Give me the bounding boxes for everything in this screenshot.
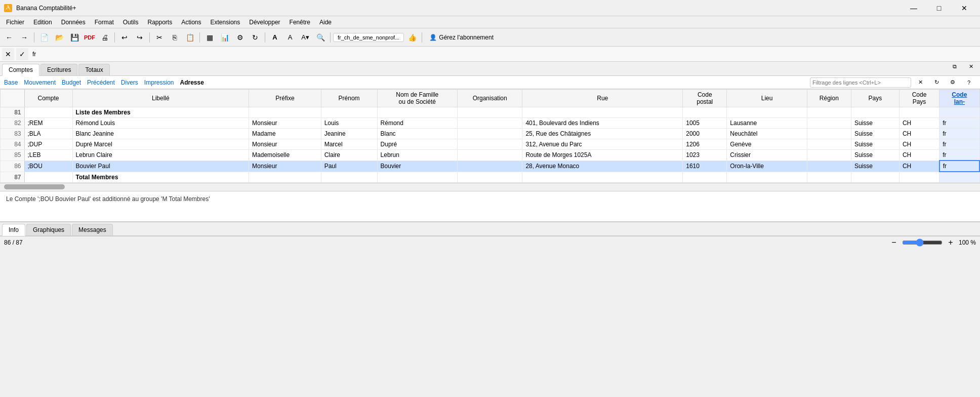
pdf-button[interactable]: PDF (83, 30, 97, 45)
subnav-budget[interactable]: Budget (62, 79, 81, 86)
formula-cancel-button[interactable]: ✕ (2, 48, 14, 60)
menu-item-fichier[interactable]: Fichier (2, 18, 28, 27)
font-button[interactable]: A (268, 30, 282, 45)
table-row[interactable]: 82;REMRémond LouisMonsieurLouisRémond401… (1, 118, 980, 129)
subnav-precedent[interactable]: Précédent (87, 79, 115, 86)
save-button[interactable]: 💾 (67, 30, 81, 45)
table-row[interactable]: 85;LEBLebrun ClaireMademoiselleClaireLeb… (1, 150, 980, 161)
cut-button[interactable]: ✂ (152, 30, 167, 45)
table-row[interactable]: 83;BLABlanc JeanineMadameJeanineBlanc25,… (1, 129, 980, 139)
chart-button[interactable]: 📊 (218, 30, 232, 45)
menu-item-développer[interactable]: Développer (245, 18, 284, 27)
cell-codepays (899, 107, 939, 118)
maximize-button[interactable]: □ (927, 0, 951, 16)
bottom-tab-graphiques[interactable]: Graphiques (26, 224, 71, 235)
table-row[interactable]: 84;DUPDupré MarcelMonsieurMarcelDupré312… (1, 139, 980, 150)
table-row[interactable]: 81Liste des Membres (1, 107, 980, 118)
menu-item-fenêtre[interactable]: Fenêtre (285, 18, 314, 27)
cell-region (807, 161, 851, 172)
menu-item-actions[interactable]: Actions (177, 18, 205, 27)
cell-compte: ;LEB (24, 150, 72, 161)
back-button[interactable]: ← (2, 30, 16, 45)
menu-item-rapports[interactable]: Rapports (143, 18, 176, 27)
formula-input[interactable] (30, 49, 978, 60)
new-button[interactable]: 📄 (37, 30, 51, 45)
menu-item-format[interactable]: Format (91, 18, 118, 27)
print-button[interactable]: 🖨 (98, 30, 112, 45)
row-number: 81 (1, 107, 25, 118)
cell-lieu: Lausanne (727, 118, 807, 129)
subnav-mouvement[interactable]: Mouvement (24, 79, 56, 86)
open-button[interactable]: 📂 (52, 30, 66, 45)
cell-pays: Suisse (851, 139, 899, 150)
bottom-tab-messages[interactable]: Messages (72, 224, 113, 235)
menu-item-données[interactable]: Données (57, 18, 90, 27)
menu-item-extensions[interactable]: Extensions (207, 18, 244, 27)
row-number: 82 (1, 118, 25, 129)
subnav-adresse[interactable]: Adresse (180, 79, 204, 86)
subnav-divers[interactable]: Divers (121, 79, 138, 86)
cell-prenom: Louis (321, 118, 377, 129)
scroll-thumb[interactable] (4, 184, 65, 189)
table-button[interactable]: ▦ (202, 30, 217, 45)
row-number: 84 (1, 139, 25, 150)
copy-button[interactable]: ⎘ (168, 30, 182, 45)
search-button[interactable]: 🔍 (313, 30, 328, 45)
window-controls: — □ ✕ (902, 0, 976, 16)
toolbar-separator-6 (330, 32, 331, 43)
cell-compte: ;BLA (24, 129, 72, 139)
menu-item-aide[interactable]: Aide (315, 18, 336, 27)
zoom-in-button[interactable]: + (946, 237, 956, 248)
toolbar-separator-3 (149, 32, 150, 43)
table-row[interactable]: 87Total Membres (1, 172, 980, 182)
cell-libelle: Dupré Marcel (72, 139, 249, 150)
menu-item-edition[interactable]: Edition (29, 18, 56, 27)
filter-button[interactable]: ⚙ (233, 30, 247, 45)
paste-button[interactable]: 📋 (183, 30, 197, 45)
user-account-button[interactable]: 👤 Gérez l'abonnement (425, 32, 498, 43)
cell-libelle: Rémond Louis (72, 118, 249, 129)
filter-input[interactable] (810, 77, 911, 88)
menu-item-outils[interactable]: Outils (119, 18, 143, 27)
cell-org (457, 172, 522, 182)
refresh-button[interactable]: ↻ (248, 30, 262, 45)
minimize-button[interactable]: — (902, 0, 925, 16)
bottom-tab-info[interactable]: Info (2, 224, 25, 236)
filter-clear-button[interactable]: ✕ (913, 75, 927, 90)
tab-ecritures[interactable]: Ecritures (40, 64, 77, 75)
col-header-rownum (1, 90, 25, 107)
horizontal-scrollbar[interactable] (0, 183, 980, 191)
close-panel-button[interactable]: ✕ (964, 59, 978, 73)
color-button[interactable]: A (283, 30, 297, 45)
redo-button[interactable]: ↪ (133, 30, 147, 45)
zoom-slider[interactable] (902, 239, 943, 247)
col-header-org: Organisation (457, 90, 522, 107)
forward-button[interactable]: → (17, 30, 31, 45)
formula-confirm-button[interactable]: ✓ (16, 48, 28, 60)
col-header-pays: Pays (851, 90, 899, 107)
cell-org (457, 139, 522, 150)
subnav-impression[interactable]: Impression (144, 79, 174, 86)
cell-pays: Suisse (851, 150, 899, 161)
thumbs-button[interactable]: 👍 (405, 30, 419, 45)
tab-comptes[interactable]: Comptes (2, 64, 39, 76)
cell-codelan: fr (940, 129, 979, 139)
highlight-button[interactable]: A▾ (298, 30, 312, 45)
close-button[interactable]: ✕ (953, 0, 976, 16)
filter-settings-button[interactable]: ⚙ (946, 75, 960, 90)
filter-help-button[interactable]: ? (962, 75, 976, 90)
col-header-prenom: Prénom (321, 90, 377, 107)
tab-totaux[interactable]: Totaux (78, 64, 109, 75)
cell-prefixe: Monsieur (249, 139, 321, 150)
cell-lieu: Crissier (727, 150, 807, 161)
detach-button[interactable]: ⧉ (948, 59, 962, 73)
cell-codelan: fr (940, 139, 979, 150)
undo-button[interactable]: ↩ (117, 30, 132, 45)
cell-region (807, 139, 851, 150)
cell-rue (522, 172, 683, 182)
subnav-base[interactable]: Base (4, 79, 18, 86)
zoom-out-button[interactable]: − (889, 237, 899, 248)
cell-prefixe (249, 107, 321, 118)
table-row[interactable]: 86;BOUBouvier PaulMonsieurPaulBouvier28,… (1, 161, 980, 172)
filter-refresh-button[interactable]: ↻ (929, 75, 944, 90)
